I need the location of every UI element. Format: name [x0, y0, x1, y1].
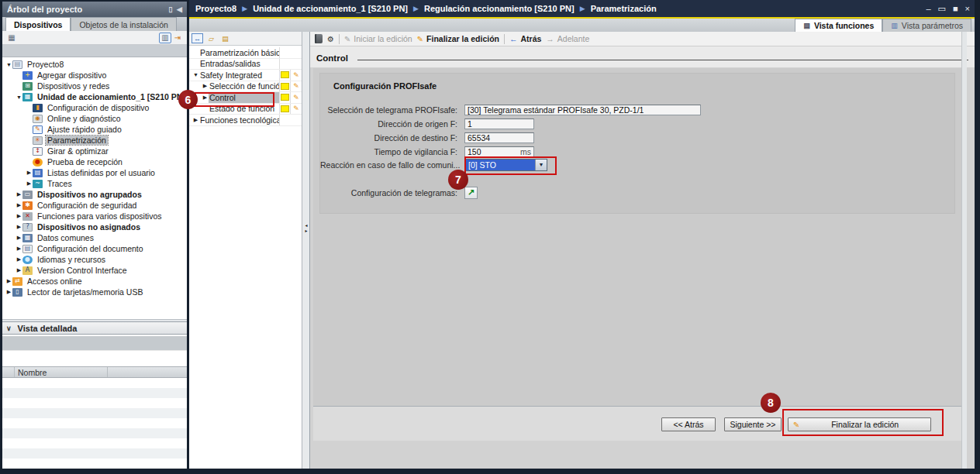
- telegram-config-link-button[interactable]: ↗: [464, 187, 478, 199]
- tree-item[interactable]: ▶ ▦ Datos comunes: [2, 232, 187, 243]
- tree-item[interactable]: ▶ ✱ Configuración de seguridad: [2, 200, 187, 211]
- folder-list-icon[interactable]: ▤: [219, 33, 231, 43]
- tree-item[interactable]: ▼ ▦ Unidad de accionamiento_1 [S210 PN]: [2, 91, 187, 102]
- close-icon[interactable]: ×: [965, 4, 970, 13]
- heading-rule: [357, 60, 968, 60]
- tree-item[interactable]: ▶ ▭ Dispositivos no agrupados: [2, 189, 187, 200]
- destino-field[interactable]: 65534: [464, 132, 534, 143]
- breadcrumb-item-parametrizacion[interactable]: Parametrización: [591, 4, 657, 13]
- atras-button[interactable]: << Atrás: [661, 417, 716, 431]
- tree-expand-arrow[interactable]: ▶: [16, 191, 22, 198]
- tree-item[interactable]: ⊞ Dispositivos y redes: [2, 81, 187, 91]
- vigilancia-field[interactable]: 150 ms: [464, 146, 534, 157]
- tab-objetos-instalacion[interactable]: Objetos de la instalación: [71, 17, 176, 31]
- nav-item[interactable]: Entradas/salidas ✎: [189, 59, 302, 70]
- tree-expand-arrow[interactable]: ▶: [16, 256, 22, 263]
- nav-scrollbar[interactable]: ◂▸: [302, 32, 310, 469]
- tree-expand-arrow[interactable]: ▶: [26, 180, 33, 187]
- function-nav-panel: ↔ ▱ ▤ Parametrización básica ✎ Entradas/…: [189, 32, 302, 469]
- adelante-nav-button[interactable]: → Adelante: [546, 34, 589, 43]
- dock-panel-icon[interactable]: ▯: [168, 5, 172, 13]
- nav-item[interactable]: ▶ Funciones tecnológicas ✎: [189, 115, 302, 126]
- tree-item-label: Idiomas y recursos: [36, 255, 107, 264]
- book-icon[interactable]: [315, 34, 323, 43]
- tree-item[interactable]: ▶ ● Idiomas y recursos: [2, 254, 187, 265]
- reaccion-dropdown[interactable]: [0] STO ▼: [464, 159, 547, 171]
- dropdown-caret-icon[interactable]: ▼: [535, 160, 547, 170]
- reaccion-value: [0] STO: [468, 160, 496, 170]
- tree-expand-arrow[interactable]: ▶: [26, 170, 33, 176]
- nav-expand-arrow[interactable]: ▶: [202, 94, 209, 101]
- finalizar-edicion-toolbar-button[interactable]: ✎ Finalizar la edición: [417, 34, 499, 43]
- tree-item-icon: ?: [22, 223, 33, 232]
- tree-item[interactable]: ▶ ▤ Listas definidas por el usuario: [2, 167, 187, 178]
- tree-item[interactable]: ▶ ▤ Configuración del documento: [2, 243, 187, 254]
- iniciar-edicion-button[interactable]: ✎ Iniciar la edición: [344, 34, 412, 43]
- tree-expand-arrow[interactable]: ▼: [5, 62, 12, 67]
- tree-item[interactable]: ▶ ~ Traces: [2, 178, 187, 189]
- tree-expand-arrow[interactable]: ▶: [5, 278, 12, 284]
- nav-item[interactable]: Estado de función ✎: [189, 104, 302, 115]
- tree-filter-icon[interactable]: ▦: [5, 33, 18, 43]
- nav-item[interactable]: ▶ Control ✎: [189, 92, 302, 104]
- detail-view-header[interactable]: ∨ Vista detallada: [2, 321, 187, 335]
- breadcrumb-item-proyecto[interactable]: Proyecto8: [195, 4, 236, 13]
- tree-item[interactable]: + Agregar dispositivo: [2, 70, 187, 81]
- dock-nav-icon[interactable]: ↔: [192, 33, 203, 43]
- tree-expand-arrow[interactable]: ▼: [16, 94, 22, 100]
- nav-expand-arrow[interactable]: ▼: [192, 72, 199, 77]
- nav-item-label: Parametrización básica: [199, 47, 279, 58]
- content-scrollbar[interactable]: [961, 32, 967, 469]
- tree-item[interactable]: ◉ Online y diagnóstico: [2, 113, 187, 124]
- tree-expand-arrow[interactable]: ▶: [16, 235, 22, 241]
- folder-icon[interactable]: ▱: [205, 33, 217, 43]
- restore-icon[interactable]: ▭: [938, 4, 946, 14]
- nav-item[interactable]: ▼ Safety Integrated ✎: [189, 70, 302, 81]
- tree-item[interactable]: ▶ ⇄ Accesos online: [2, 276, 187, 287]
- atras-nav-button[interactable]: ← Atrás: [509, 34, 541, 43]
- tree-expand-arrow[interactable]: ▶: [16, 224, 22, 230]
- tree-item[interactable]: ↕ Girar & optimizar: [2, 146, 187, 156]
- tab-vista-parametros[interactable]: ▥ Vista parámetros: [882, 19, 971, 32]
- view-tab-row: ▤ Vista funciones ▥ Vista parámetros: [189, 19, 975, 32]
- tree-item-label: Girar & optimizar: [46, 146, 110, 156]
- nav-expand-arrow[interactable]: ▶: [192, 117, 199, 123]
- tree-expand-arrow[interactable]: ▶: [5, 289, 12, 295]
- tree-expand-arrow[interactable]: ▶: [16, 246, 22, 252]
- collapse-panel-icon[interactable]: ◀: [177, 5, 182, 13]
- tree-item[interactable]: ▶ ? Dispositivos no asignados: [2, 222, 187, 232]
- nav-item[interactable]: ▶ Selección de función ✎: [189, 81, 302, 93]
- tree-item[interactable]: ✎ Ajuste rápido guiado: [2, 124, 187, 135]
- tree-column-strip: [2, 45, 187, 57]
- tree-item[interactable]: ▶ A Version Control Interface: [2, 265, 187, 276]
- tree-expand-arrow[interactable]: ▶: [16, 202, 22, 208]
- tree-item[interactable]: ✳ Parametrización: [2, 135, 187, 146]
- finalizar-edicion-button[interactable]: ✎ Finalizar la edición: [788, 417, 931, 431]
- minimize-icon[interactable]: –: [926, 4, 930, 13]
- pencil-icon: ✎: [417, 35, 423, 43]
- origen-field[interactable]: 1: [464, 118, 534, 129]
- maximize-icon[interactable]: ■: [953, 4, 958, 13]
- tree-expand-arrow[interactable]: ▶: [16, 267, 22, 273]
- show-columns-icon[interactable]: ▥: [159, 33, 171, 43]
- tree-item[interactable]: ▮ Configuración de dispositivo: [2, 102, 187, 113]
- expand-view-icon[interactable]: ⇥: [171, 33, 184, 43]
- tree-item[interactable]: ● Prueba de recepción: [2, 156, 187, 167]
- breadcrumb-item-unidad[interactable]: Unidad de accionamiento_1 [S210 PN]: [253, 4, 408, 13]
- tree-item[interactable]: ▶ ▯ Lector de tarjetas/memoria USB: [2, 287, 187, 297]
- tree-expand-arrow[interactable]: ▶: [16, 213, 22, 219]
- tab-dispositivos[interactable]: Dispositivos: [5, 17, 71, 31]
- splitter-collapse-icon[interactable]: ◂▸: [303, 223, 309, 234]
- tree-item-icon: ✳: [33, 136, 43, 145]
- nav-item[interactable]: Parametrización básica ✎: [189, 47, 302, 59]
- tree-item[interactable]: ▶ ✕ Funciones para varios dispositivos: [2, 211, 187, 222]
- telegram-field[interactable]: [30] Telegrama estándar PROFIsafe 30, PZ…: [464, 105, 701, 115]
- column-nombre[interactable]: Nombre: [15, 367, 108, 377]
- tree-item-icon: ▦: [22, 93, 33, 101]
- tab-vista-funciones[interactable]: ▤ Vista funciones: [795, 19, 882, 32]
- nav-expand-arrow[interactable]: ▶: [202, 83, 209, 89]
- siguiente-button[interactable]: Siguiente >>: [724, 417, 782, 431]
- tree-item[interactable]: ▼ ▤ Proyecto8: [2, 59, 187, 70]
- wrench-icon[interactable]: ⚙: [327, 35, 334, 43]
- breadcrumb-item-regulacion[interactable]: Regulación accionamiento [S210 PN]: [424, 4, 575, 13]
